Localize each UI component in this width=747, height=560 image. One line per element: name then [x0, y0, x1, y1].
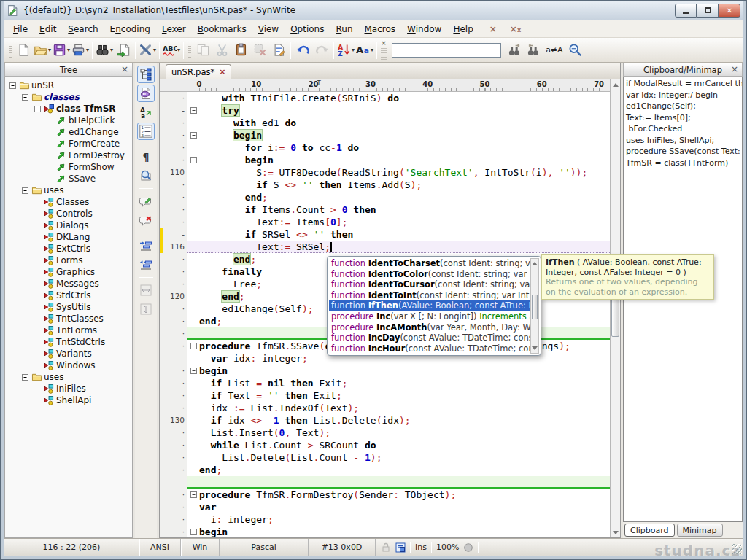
menu-options[interactable]: Options [285, 22, 330, 36]
code-section-separator[interactable]: - [160, 476, 620, 489]
code-line[interactable]: · begin [160, 154, 620, 166]
find-next-button[interactable] [505, 41, 524, 60]
code-line[interactable]: ·procedure TfmSR.FormDestroy(Sender: TOb… [160, 489, 620, 501]
tree-item-ssave[interactable]: SSave [5, 173, 132, 184]
autocomplete-item-identtocolor[interactable]: function IdentToColor(const Ident: strin… [329, 269, 530, 280]
clipboard-entry[interactable]: var idx: integer;/ begin [626, 90, 742, 101]
panel-tree-button[interactable] [137, 66, 155, 83]
tree-item-formdestroy[interactable]: FormDestroy [5, 149, 132, 161]
panel-clips-button[interactable] [137, 85, 155, 102]
code-line[interactable]: · end; [160, 191, 620, 203]
code-line[interactable]: - if SRSel <> '' then [160, 228, 620, 241]
tree-item-graphics[interactable]: Graphics [5, 266, 132, 278]
status-zoom-level[interactable]: 100% [436, 542, 459, 552]
chevron-down-icon[interactable]: ▾ [67, 47, 70, 53]
tree-item-tntstdctrls[interactable]: TntStdCtrls [5, 336, 132, 348]
sort-lines-button[interactable]: AZ▾ [336, 41, 355, 60]
clipboard-entry[interactable]: uses IniFiles, ShellApi; [626, 135, 742, 147]
tab-clipboard[interactable]: Clipboard [624, 524, 675, 537]
chevron-down-icon[interactable]: ▾ [86, 47, 89, 53]
tree-item-class-tfmsr[interactable]: class TfmSR [5, 103, 132, 114]
code-line[interactable]: · List.Delete(List.Count - 1); [160, 451, 620, 464]
popup-scrollbar[interactable] [530, 258, 539, 354]
code-line[interactable]: · begin [160, 129, 620, 141]
clipboard-entry[interactable]: ed1Change(Self); [626, 101, 742, 112]
code-line[interactable]: ·var [160, 501, 620, 513]
chevron-down-icon[interactable]: ▾ [177, 47, 180, 53]
tree-item-extctrls[interactable]: ExtCtrls [5, 243, 132, 254]
case-sensitive-button[interactable]: a≠A [543, 41, 565, 60]
unindent-button[interactable] [137, 256, 155, 273]
code-line[interactable]: · with ed1 do [160, 117, 620, 129]
fold-collapse-icon[interactable] [187, 365, 199, 377]
tree-item-stdctrls[interactable]: StdCtrls [5, 289, 132, 301]
tree-item-classes[interactable]: classes [5, 91, 132, 103]
tree-item-unsr[interactable]: unSR [5, 79, 132, 91]
tree-item-shellapi[interactable]: ShellApi [5, 394, 132, 406]
menu-run[interactable]: Run [330, 22, 358, 36]
tree-item-tntclasses[interactable]: TntClasses [5, 313, 132, 324]
code-line[interactable]: 110 S:= UTF8Decode(ReadString('SearchTex… [160, 166, 620, 179]
tab-unsr-pas[interactable]: unSR.pas* × [166, 64, 231, 79]
clipboard-entry[interactable]: Text:= Items[0]; [626, 112, 742, 124]
status-lexer[interactable]: Pascal [220, 539, 309, 556]
indent-button[interactable] [137, 237, 155, 254]
collapse-icon[interactable] [9, 82, 18, 89]
menu-help[interactable]: Help [447, 22, 479, 36]
clipboard-entry[interactable]: bFor.Checked [626, 123, 742, 135]
close-all-files-icon[interactable]: ×x [507, 24, 524, 34]
word-wrap-icon[interactable] [395, 542, 406, 553]
tree-item-messages[interactable]: Messages [5, 278, 132, 289]
zoom-button[interactable] [566, 41, 585, 60]
code-line[interactable]: · if List = nil then Exit; [160, 377, 620, 389]
collapse-icon[interactable] [22, 94, 30, 101]
chevron-down-icon[interactable]: ▾ [48, 47, 51, 53]
tree-panel-close-icon[interactable]: × [121, 64, 128, 75]
fold-collapse-icon[interactable] [187, 489, 199, 501]
menu-search[interactable]: Search [62, 22, 104, 36]
menu-encoding[interactable]: Encoding [104, 22, 156, 36]
menu-file[interactable]: File [7, 22, 34, 36]
fold-collapse-icon[interactable] [187, 154, 199, 166]
clipboard-entry[interactable]: procedure SSave(const Text: V [626, 146, 742, 158]
save-file-button[interactable]: ▾ [52, 41, 71, 60]
minimap-zoom-button[interactable] [137, 167, 155, 184]
record-macro-icon[interactable] [463, 542, 473, 553]
maximize-button[interactable] [697, 4, 719, 18]
tree-item-uses[interactable]: uses [5, 184, 132, 196]
tree-item-ed1change[interactable]: ed1Change [5, 126, 132, 138]
tree-item-formcreate[interactable]: FormCreate [5, 138, 132, 149]
scroll-up-icon[interactable] [611, 79, 620, 90]
tools-button[interactable]: ▾ [138, 41, 157, 60]
popup-scroll-down-icon[interactable] [531, 343, 538, 353]
scroll-down-icon[interactable] [611, 527, 620, 537]
nonprint-chars-button[interactable]: ¶ [137, 148, 155, 166]
autocomplete-item-inchour[interactable]: function IncHour(const AValue: TDateTime… [329, 343, 530, 354]
case-convert-button[interactable]: Aa [137, 104, 155, 121]
code-line[interactable]: · while List.Count > SRCount do [160, 439, 620, 451]
status-caret-position[interactable]: 116 : 22 (206) [4, 539, 139, 556]
code-line[interactable]: · if Items.Count > 0 then [160, 203, 620, 216]
tree-item-uses[interactable]: uses [5, 371, 132, 383]
tree-item-dklang[interactable]: DKLang [5, 231, 132, 243]
line-numbers-button[interactable]: 123 [137, 122, 155, 140]
fold-collapse-icon[interactable] [187, 129, 199, 141]
comment-remove-button[interactable] [137, 211, 155, 229]
tree-item-variants[interactable]: Variants [5, 348, 132, 359]
new-file-button[interactable] [14, 41, 33, 60]
find-button[interactable]: ▾ [95, 41, 114, 60]
editor-vertical-scrollbar[interactable] [610, 79, 620, 537]
code-line[interactable]: · for i:= 0 to cc-1 do [160, 141, 620, 154]
autocomplete-item-identtocharset[interactable]: function IdentToCharset(const Ident: str… [329, 258, 530, 269]
popup-scrollbar-thumb[interactable] [532, 295, 538, 319]
code-line[interactable]: · if Text = '' then Exit; [160, 389, 620, 402]
tree-item-classes[interactable]: Classes [5, 196, 132, 208]
chevron-down-icon[interactable]: ▾ [352, 47, 355, 53]
chevron-down-icon[interactable]: ▾ [110, 47, 113, 53]
toolbar-grip[interactable] [9, 42, 12, 59]
code-line[interactable]: · with TIniFile.Create(SRIniS) do [160, 92, 620, 104]
code-line[interactable]: - try [160, 104, 620, 117]
close-file-icon[interactable]: × [487, 24, 500, 34]
status-insert-mode[interactable]: Ins [415, 542, 427, 552]
tree-item-inifiles[interactable]: IniFiles [5, 383, 132, 394]
